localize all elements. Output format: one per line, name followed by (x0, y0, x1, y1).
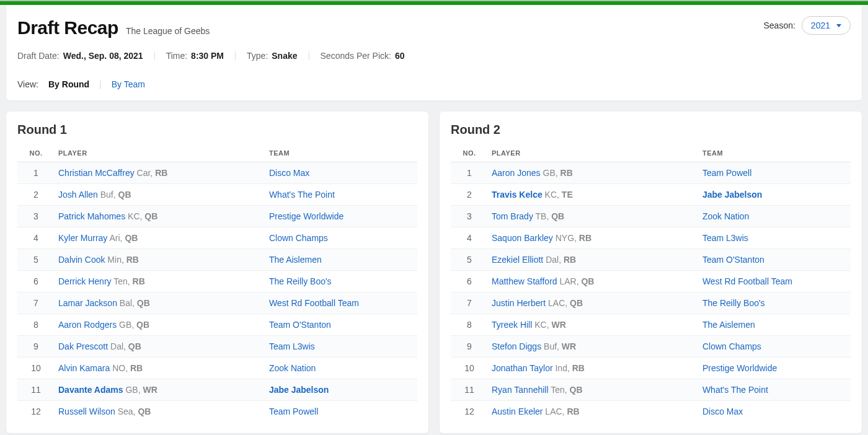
player-position: QB (570, 298, 583, 308)
player-position: RB (155, 168, 167, 178)
rounds-container: Round 1NO.PLAYERTEAM1Christian McCaffrey… (0, 112, 868, 435)
pick-number: 9 (17, 336, 55, 358)
fantasy-team-link[interactable]: Prestige Worldwide (702, 363, 777, 373)
pick-number: 4 (17, 227, 55, 249)
player-link[interactable]: Austin Ekeler (492, 406, 542, 416)
team-cell: The Reilly Boo's (265, 271, 417, 292)
player-link[interactable]: Davante Adams (58, 385, 123, 395)
player-position: QB (570, 385, 583, 395)
fantasy-team-link[interactable]: Disco Max (269, 168, 309, 178)
fantasy-team-link[interactable]: Zook Nation (269, 363, 316, 373)
fantasy-team-link[interactable]: Team Powell (702, 168, 751, 178)
fantasy-team-link[interactable]: Disco Max (702, 406, 743, 416)
player-cell: Stefon Diggs Buf, WR (488, 336, 699, 358)
team-cell: Zook Nation (699, 206, 851, 227)
player-link[interactable]: Dak Prescott (58, 341, 108, 351)
divider (154, 51, 155, 60)
player-nfl-team: Ten, (549, 385, 570, 395)
fantasy-team-link[interactable]: Clown Champs (702, 341, 761, 351)
tab-by-round[interactable]: By Round (48, 79, 89, 89)
team-cell: Clown Champs (699, 336, 851, 358)
season-label: Season: (763, 20, 795, 30)
team-cell: Team Powell (699, 162, 851, 184)
pick-number: 2 (451, 184, 488, 206)
player-cell: Ryan Tannehill Ten, QB (488, 379, 699, 401)
draft-type: Type: Snake (247, 51, 298, 61)
player-link[interactable]: Matthew Stafford (492, 276, 557, 286)
player-link[interactable]: Aaron Jones (492, 168, 541, 178)
player-nfl-team: Ind, (553, 363, 572, 373)
player-nfl-team: Ari, (107, 233, 125, 243)
fantasy-team-link[interactable]: West Rd Football Team (269, 298, 359, 308)
pick-number: 8 (451, 314, 488, 336)
season-dropdown[interactable]: 2021 (802, 16, 851, 35)
fantasy-team-link[interactable]: Clown Champs (269, 233, 328, 243)
fantasy-team-link[interactable]: The Reilly Boo's (702, 298, 765, 308)
table-row: 10Jonathan Taylor Ind, RBPrestige Worldw… (451, 358, 851, 379)
pick-number: 1 (451, 162, 488, 184)
fantasy-team-link[interactable]: Team L3wis (702, 233, 748, 243)
fantasy-team-link[interactable]: West Rd Football Team (702, 276, 792, 286)
pick-number: 8 (17, 314, 55, 336)
player-link[interactable]: Aaron Rodgers (58, 320, 117, 330)
table-row: 11Ryan Tannehill Ten, QBWhat's The Point (451, 379, 851, 401)
player-link[interactable]: Derrick Henry (58, 276, 112, 286)
player-link[interactable]: Ezekiel Elliott (492, 255, 543, 265)
player-cell: Saquon Barkley NYG, RB (488, 227, 699, 249)
team-cell: Jabe Jabelson (699, 184, 851, 206)
player-link[interactable]: Kyler Murray (58, 233, 107, 243)
fantasy-team-link[interactable]: The Aislemen (702, 320, 755, 330)
fantasy-team-link[interactable]: Team L3wis (269, 341, 315, 351)
player-link[interactable]: Christian McCaffrey (58, 168, 135, 178)
table-row: 6Matthew Stafford LAR, QBWest Rd Footbal… (451, 271, 851, 292)
player-link[interactable]: Tom Brady (492, 211, 533, 221)
player-link[interactable]: Justin Herbert (492, 298, 546, 308)
team-cell: Disco Max (265, 162, 417, 184)
team-cell: West Rd Football Team (699, 271, 851, 292)
team-cell: Team O'Stanton (265, 314, 417, 336)
view-label: View: (17, 79, 38, 89)
player-link[interactable]: Tyreek Hill (492, 320, 532, 330)
table-row: 4Saquon Barkley NYG, RBTeam L3wis (451, 227, 851, 249)
player-link[interactable]: Saquon Barkley (492, 233, 553, 243)
header-card: Draft Recap The League of Geebs Season: … (6, 5, 862, 100)
tab-by-team[interactable]: By Team (112, 79, 145, 89)
player-link[interactable]: Patrick Mahomes (58, 211, 125, 221)
table-row: 3Tom Brady TB, QBZook Nation (451, 206, 851, 227)
fantasy-team-link[interactable]: The Aislemen (269, 255, 322, 265)
pick-number: 1 (17, 162, 55, 184)
fantasy-team-link[interactable]: What's The Point (702, 385, 768, 395)
table-row: 12Austin Ekeler LAC, RBDisco Max (451, 401, 851, 423)
fantasy-team-link[interactable]: Prestige Worldwide (269, 211, 343, 221)
title-row: Draft Recap The League of Geebs (17, 17, 851, 38)
fantasy-team-link[interactable]: Team O'Stanton (269, 320, 331, 330)
team-cell: Disco Max (699, 401, 851, 423)
player-link[interactable]: Lamar Jackson (58, 298, 117, 308)
player-nfl-team: Sea, (115, 406, 138, 416)
player-link[interactable]: Jonathan Taylor (492, 363, 553, 373)
player-cell: Alvin Kamara NO, RB (55, 358, 265, 379)
player-position: QB (551, 211, 564, 221)
picks-table: NO.PLAYERTEAM1Aaron Jones GB, RBTeam Pow… (451, 144, 851, 422)
fantasy-team-link[interactable]: The Reilly Boo's (269, 276, 332, 286)
player-link[interactable]: Travis Kelce (492, 190, 542, 200)
seconds-per-pick: Seconds Per Pick: 60 (321, 51, 405, 61)
fantasy-team-link[interactable]: Team O'Stanton (702, 255, 764, 265)
player-link[interactable]: Russell Wilson (58, 406, 115, 416)
fantasy-team-link[interactable]: Zook Nation (702, 211, 749, 221)
player-nfl-team: LAC, (546, 298, 570, 308)
player-cell: Dak Prescott Dal, QB (55, 336, 265, 358)
player-link[interactable]: Alvin Kamara (58, 363, 110, 373)
player-link[interactable]: Josh Allen (58, 190, 98, 200)
player-position: RB (560, 168, 573, 178)
player-link[interactable]: Ryan Tannehill (492, 385, 549, 395)
fantasy-team-link[interactable]: Jabe Jabelson (269, 385, 329, 395)
player-link[interactable]: Stefon Diggs (492, 341, 541, 351)
player-link[interactable]: Dalvin Cook (58, 255, 105, 265)
team-cell: The Aislemen (699, 314, 851, 336)
fantasy-team-link[interactable]: Team Powell (269, 406, 318, 416)
fantasy-team-link[interactable]: Jabe Jabelson (702, 190, 763, 200)
fantasy-team-link[interactable]: What's The Point (269, 190, 335, 200)
divider: | (99, 79, 102, 89)
team-cell: Jabe Jabelson (265, 379, 417, 401)
